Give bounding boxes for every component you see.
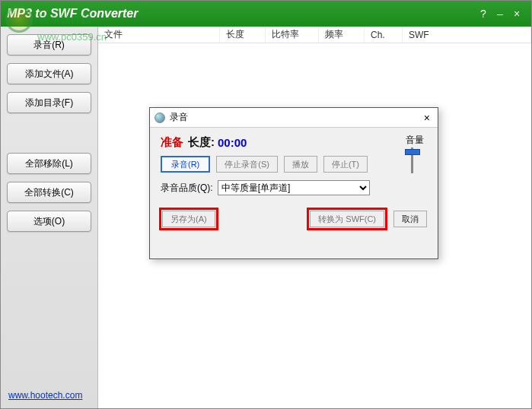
volume-label: 音量 (406, 134, 424, 147)
options-button[interactable]: 选项(O) (7, 211, 91, 232)
col-bitrate[interactable]: 比特率 (266, 27, 319, 43)
status-length-label: 长度: (188, 135, 215, 150)
save-as-button[interactable]: 另存为(A) (162, 211, 215, 227)
dialog-play-button[interactable]: 播放 (284, 156, 317, 173)
record-dialog: 录音 × 准备 长度: 00:00 音量 录音(R) 停止录音(S) 播放 停止… (149, 107, 438, 259)
column-headers: 文件 长度 比特率 频率 Ch. SWF (98, 27, 531, 43)
volume-slider[interactable] (403, 147, 422, 173)
minimize-button[interactable]: – (492, 8, 508, 20)
remove-all-button[interactable]: 全部移除(L) (7, 153, 91, 174)
cancel-button[interactable]: 取消 (393, 211, 427, 227)
dialog-stop-record-button[interactable]: 停止录音(S) (216, 156, 278, 173)
slider-thumb[interactable] (405, 149, 420, 155)
dialog-icon (155, 113, 165, 123)
dialog-stop-button[interactable]: 停止(T) (323, 156, 368, 173)
sidebar: 录音(R) 添加文件(A) 添加目录(F) 全部移除(L) 全部转换(C) 选项… (1, 27, 98, 408)
status-ready: 准备 (161, 135, 183, 150)
col-length[interactable]: 长度 (220, 27, 266, 43)
col-swf[interactable]: SWF (403, 27, 531, 43)
convert-all-button[interactable]: 全部转换(C) (7, 182, 91, 203)
dialog-close-button[interactable]: × (421, 112, 433, 124)
close-button[interactable]: × (508, 8, 525, 20)
record-button[interactable]: 录音(R) (7, 34, 91, 55)
status-row: 准备 长度: 00:00 (161, 135, 427, 150)
quality-select[interactable]: 中等质量[单声道] (218, 180, 370, 195)
footer-link[interactable]: www.hootech.com (8, 390, 82, 401)
dialog-titlebar: 录音 × (150, 108, 438, 128)
titlebar: MP3 to SWF Converter ? – × (1, 1, 531, 27)
col-file[interactable]: 文件 (98, 27, 220, 43)
col-freq[interactable]: 频率 (319, 27, 365, 43)
add-file-button[interactable]: 添加文件(A) (7, 63, 91, 84)
help-icon[interactable]: ? (475, 8, 492, 20)
status-time: 00:00 (218, 136, 247, 149)
quality-label: 录音品质(Q): (161, 182, 213, 195)
col-ch[interactable]: Ch. (365, 27, 403, 43)
dialog-title: 录音 (170, 111, 421, 124)
convert-swf-button[interactable]: 转换为 SWF(C) (310, 211, 384, 227)
dialog-record-button[interactable]: 录音(R) (161, 156, 210, 173)
add-folder-button[interactable]: 添加目录(F) (7, 92, 91, 113)
app-title: MP3 to SWF Converter (7, 7, 475, 21)
